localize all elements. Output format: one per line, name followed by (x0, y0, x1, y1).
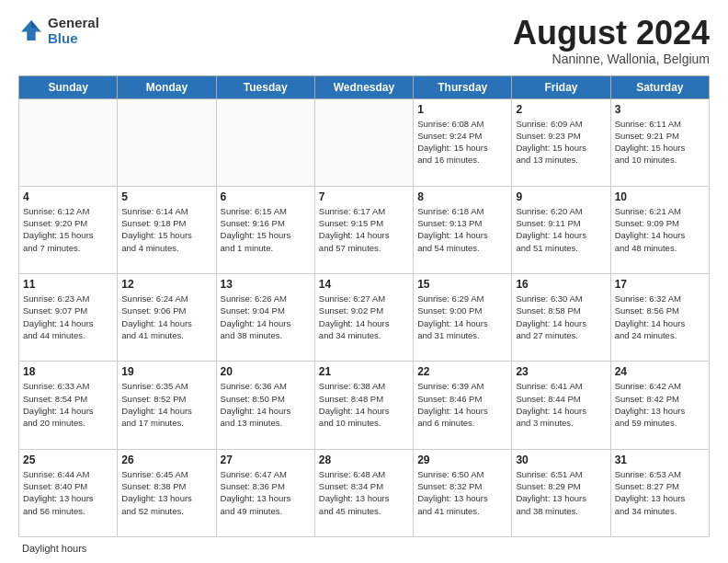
calendar-header-row: Sunday Monday Tuesday Wednesday Thursday… (19, 75, 710, 98)
day-info: Sunrise: 6:26 AM Sunset: 9:04 PM Dayligh… (221, 293, 311, 341)
table-row: 6Sunrise: 6:15 AM Sunset: 9:16 PM Daylig… (216, 186, 314, 273)
table-row: 1Sunrise: 6:08 AM Sunset: 9:24 PM Daylig… (414, 98, 512, 186)
day-info: Sunrise: 6:39 AM Sunset: 8:46 PM Dayligh… (417, 380, 507, 429)
day-info: Sunrise: 6:44 AM Sunset: 8:40 PM Dayligh… (23, 468, 113, 517)
logo-icon (18, 17, 44, 43)
table-row: 13Sunrise: 6:26 AM Sunset: 9:04 PM Dayli… (216, 274, 314, 362)
day-info: Sunrise: 6:36 AM Sunset: 8:50 PM Dayligh… (221, 380, 311, 429)
table-row: 23Sunrise: 6:41 AM Sunset: 8:44 PM Dayli… (512, 362, 610, 449)
day-info: Sunrise: 6:11 AM Sunset: 9:21 PM Dayligh… (615, 118, 705, 167)
table-row: 8Sunrise: 6:18 AM Sunset: 9:13 PM Daylig… (414, 186, 512, 273)
day-number: 30 (516, 454, 606, 466)
table-row: 16Sunrise: 6:30 AM Sunset: 8:58 PM Dayli… (512, 274, 610, 362)
table-row: 24Sunrise: 6:42 AM Sunset: 8:42 PM Dayli… (610, 362, 709, 449)
day-info: Sunrise: 6:45 AM Sunset: 8:38 PM Dayligh… (121, 468, 211, 517)
table-row: 27Sunrise: 6:47 AM Sunset: 8:36 PM Dayli… (216, 449, 314, 536)
day-number: 24 (615, 365, 705, 378)
col-tuesday: Tuesday (216, 75, 314, 98)
table-row: 30Sunrise: 6:51 AM Sunset: 8:29 PM Dayli… (512, 449, 610, 536)
table-row: 19Sunrise: 6:35 AM Sunset: 8:52 PM Dayli… (118, 362, 216, 449)
table-row: 7Sunrise: 6:17 AM Sunset: 9:15 PM Daylig… (314, 186, 413, 273)
day-info: Sunrise: 6:17 AM Sunset: 9:15 PM Dayligh… (319, 205, 409, 254)
table-row: 17Sunrise: 6:32 AM Sunset: 8:56 PM Dayli… (610, 274, 709, 362)
day-info: Sunrise: 6:32 AM Sunset: 8:56 PM Dayligh… (615, 293, 705, 341)
logo: General Blue (18, 15, 99, 46)
day-info: Sunrise: 6:33 AM Sunset: 8:54 PM Dayligh… (23, 380, 113, 429)
table-row: 14Sunrise: 6:27 AM Sunset: 9:02 PM Dayli… (314, 274, 413, 362)
table-row: 18Sunrise: 6:33 AM Sunset: 8:54 PM Dayli… (19, 362, 118, 449)
calendar-week-3: 11Sunrise: 6:23 AM Sunset: 9:07 PM Dayli… (19, 274, 710, 362)
day-number: 11 (23, 278, 113, 291)
day-number: 14 (319, 278, 409, 291)
day-info: Sunrise: 6:42 AM Sunset: 8:42 PM Dayligh… (615, 380, 705, 429)
day-info: Sunrise: 6:50 AM Sunset: 8:32 PM Dayligh… (417, 468, 507, 517)
day-number: 13 (221, 278, 311, 291)
table-row: 25Sunrise: 6:44 AM Sunset: 8:40 PM Dayli… (19, 449, 118, 536)
day-number: 23 (516, 365, 606, 378)
day-number: 3 (615, 103, 705, 116)
table-row: 3Sunrise: 6:11 AM Sunset: 9:21 PM Daylig… (610, 98, 709, 186)
calendar-week-2: 4Sunrise: 6:12 AM Sunset: 9:20 PM Daylig… (19, 186, 710, 273)
table-row: 11Sunrise: 6:23 AM Sunset: 9:07 PM Dayli… (19, 274, 118, 362)
day-number: 25 (23, 454, 113, 466)
day-info: Sunrise: 6:09 AM Sunset: 9:23 PM Dayligh… (516, 118, 606, 167)
table-row: 22Sunrise: 6:39 AM Sunset: 8:46 PM Dayli… (414, 362, 512, 449)
table-row (19, 98, 118, 186)
logo-text: General Blue (48, 15, 99, 46)
day-number: 17 (615, 278, 705, 291)
day-number: 7 (319, 190, 409, 203)
table-row: 9Sunrise: 6:20 AM Sunset: 9:11 PM Daylig… (512, 186, 610, 273)
day-info: Sunrise: 6:23 AM Sunset: 9:07 PM Dayligh… (23, 293, 113, 341)
col-friday: Friday (512, 75, 610, 98)
table-row: 20Sunrise: 6:36 AM Sunset: 8:50 PM Dayli… (216, 362, 314, 449)
col-wednesday: Wednesday (314, 75, 413, 98)
calendar-week-1: 1Sunrise: 6:08 AM Sunset: 9:24 PM Daylig… (19, 98, 710, 186)
day-number: 29 (417, 454, 507, 466)
title-block: August 2024 Naninne, Wallonia, Belgium (513, 15, 710, 66)
day-number: 16 (516, 278, 606, 291)
day-info: Sunrise: 6:41 AM Sunset: 8:44 PM Dayligh… (516, 380, 606, 429)
day-info: Sunrise: 6:21 AM Sunset: 9:09 PM Dayligh… (615, 205, 705, 254)
day-number: 6 (221, 190, 311, 203)
day-number: 26 (121, 454, 211, 466)
col-sunday: Sunday (19, 75, 118, 98)
table-row (118, 98, 216, 186)
day-number: 22 (417, 365, 507, 378)
table-row: 4Sunrise: 6:12 AM Sunset: 9:20 PM Daylig… (19, 186, 118, 273)
table-row: 2Sunrise: 6:09 AM Sunset: 9:23 PM Daylig… (512, 98, 610, 186)
month-title: August 2024 (513, 15, 710, 52)
logo-general: General (48, 15, 99, 30)
table-row: 12Sunrise: 6:24 AM Sunset: 9:06 PM Dayli… (118, 274, 216, 362)
day-number: 10 (615, 190, 705, 203)
table-row (216, 98, 314, 186)
col-monday: Monday (118, 75, 216, 98)
page: General Blue August 2024 Naninne, Wallon… (0, 0, 728, 563)
header: General Blue August 2024 Naninne, Wallon… (18, 15, 710, 66)
day-number: 20 (221, 365, 311, 378)
day-number: 8 (417, 190, 507, 203)
table-row: 5Sunrise: 6:14 AM Sunset: 9:18 PM Daylig… (118, 186, 216, 273)
day-info: Sunrise: 6:08 AM Sunset: 9:24 PM Dayligh… (417, 118, 507, 167)
day-info: Sunrise: 6:47 AM Sunset: 8:36 PM Dayligh… (221, 468, 311, 517)
day-number: 5 (121, 190, 211, 203)
day-info: Sunrise: 6:30 AM Sunset: 8:58 PM Dayligh… (516, 293, 606, 341)
table-row: 21Sunrise: 6:38 AM Sunset: 8:48 PM Dayli… (314, 362, 413, 449)
day-info: Sunrise: 6:53 AM Sunset: 8:27 PM Dayligh… (615, 468, 705, 517)
col-saturday: Saturday (610, 75, 709, 98)
day-info: Sunrise: 6:51 AM Sunset: 8:29 PM Dayligh… (516, 468, 606, 517)
day-number: 1 (417, 103, 507, 116)
day-info: Sunrise: 6:48 AM Sunset: 8:34 PM Dayligh… (319, 468, 409, 517)
day-number: 2 (516, 103, 606, 116)
day-info: Sunrise: 6:14 AM Sunset: 9:18 PM Dayligh… (121, 205, 211, 254)
calendar-week-5: 25Sunrise: 6:44 AM Sunset: 8:40 PM Dayli… (19, 449, 710, 536)
day-number: 18 (23, 365, 113, 378)
day-info: Sunrise: 6:18 AM Sunset: 9:13 PM Dayligh… (417, 205, 507, 254)
day-number: 27 (221, 454, 311, 466)
day-number: 28 (319, 454, 409, 466)
day-number: 4 (23, 190, 113, 203)
day-info: Sunrise: 6:27 AM Sunset: 9:02 PM Dayligh… (319, 293, 409, 341)
table-row: 15Sunrise: 6:29 AM Sunset: 9:00 PM Dayli… (414, 274, 512, 362)
table-row: 10Sunrise: 6:21 AM Sunset: 9:09 PM Dayli… (610, 186, 709, 273)
col-thursday: Thursday (414, 75, 512, 98)
day-info: Sunrise: 6:29 AM Sunset: 9:00 PM Dayligh… (417, 293, 507, 341)
